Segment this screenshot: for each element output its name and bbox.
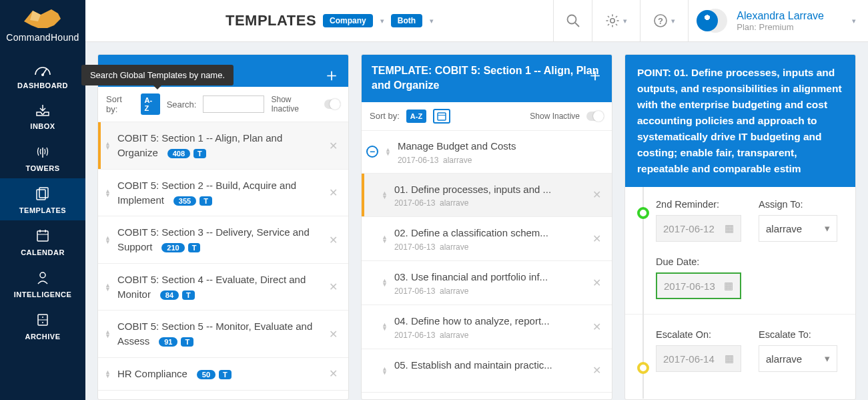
add-template-button[interactable]: ＋	[323, 63, 340, 87]
scope-both-badge[interactable]: Both	[391, 14, 422, 27]
close-icon[interactable]: ✕	[326, 234, 340, 246]
template-row[interactable]: ▲▼COBIT 5: Section 3 -- Delivery, Servic…	[98, 216, 348, 264]
avatar	[697, 9, 729, 33]
templates-list: ▲▼COBIT 5: Section 1 -- Align, Plan and …	[98, 122, 348, 399]
escalate-on-input[interactable]: 2017-06-14 ▦	[656, 345, 741, 372]
sort-date-button[interactable]	[433, 109, 450, 124]
drag-handle-icon[interactable]: ▲▼	[382, 191, 388, 199]
template-row[interactable]: ▲▼COBIT 5: Section 4 -- Evaluate, Direct…	[98, 264, 348, 311]
sort-az-button[interactable]: A-Z	[406, 110, 426, 123]
due-date-label: Due Date:	[656, 256, 741, 267]
help-button[interactable]: ? ▾	[640, 0, 688, 42]
template-title: COBIT 5: Section 3 -- Delivery, Service …	[117, 226, 310, 252]
template-row[interactable]: ▲▼HR Compliance 50T✕	[98, 358, 348, 391]
type-badge: T	[181, 337, 193, 347]
chevron-down-icon: ▾	[825, 222, 830, 234]
drag-handle-icon[interactable]: ▲▼	[382, 278, 388, 286]
drag-handle-icon[interactable]: ▲▼	[105, 236, 111, 244]
archive-icon	[0, 313, 85, 330]
search-input[interactable]	[203, 95, 264, 113]
search-button[interactable]	[553, 0, 592, 42]
show-inactive-label: Show Inactive	[271, 95, 317, 114]
close-icon[interactable]: ✕	[590, 188, 604, 201]
reminder-label: 2nd Reminder:	[656, 199, 741, 210]
point-detail-header: POINT: 01. Define processes, inputs and …	[625, 55, 855, 187]
scope-company-badge[interactable]: Company	[323, 14, 373, 27]
close-icon[interactable]: ✕	[590, 276, 604, 289]
count-badge: 91	[159, 337, 177, 347]
show-inactive-toggle[interactable]	[586, 112, 604, 121]
template-row[interactable]: ▲▼COBIT 5: Section 5 -- Monitor, Evaluat…	[98, 311, 348, 358]
drag-handle-icon[interactable]: ▲▼	[105, 142, 111, 150]
nav-towers[interactable]: TOWERS	[0, 136, 85, 178]
assign-to-select[interactable]: alarrave ▾	[759, 215, 837, 242]
drag-handle-icon[interactable]: ▲▼	[105, 189, 111, 197]
svg-point-15	[42, 322, 43, 323]
type-badge: T	[193, 149, 206, 158]
nav-archive[interactable]: ARCHIVE	[0, 305, 85, 347]
type-badge: T	[182, 290, 195, 300]
workspace: TEMPLATES ＋ Sort by: A-Z Search: Show In…	[85, 42, 868, 400]
chevron-down-icon[interactable]: ▾	[380, 17, 384, 25]
drag-handle-icon[interactable]: ▲▼	[382, 367, 388, 375]
logo[interactable]: CommandHound	[6, 5, 79, 43]
type-badge: T	[188, 243, 201, 252]
template-title: COBIT 5: Section 5 -- Monitor, Evaluate …	[117, 321, 312, 347]
template-row[interactable]: ▲▼COBIT 5: Section 2 -- Build, Acquire a…	[98, 170, 348, 217]
drag-handle-icon[interactable]: ▲▼	[105, 330, 111, 338]
point-row[interactable]: ▲▼02. Define a classification schem...20…	[362, 217, 612, 261]
add-point-button[interactable]: ＋	[586, 63, 604, 87]
point-title: 05. Establish and maintain practic...	[394, 358, 583, 373]
point-row[interactable]: ▲▼01. Define processes, inputs and ...20…	[362, 174, 612, 218]
close-icon[interactable]: ✕	[590, 321, 604, 333]
drag-handle-icon[interactable]: ▲▼	[105, 283, 111, 291]
drag-handle-icon[interactable]: ▲▼	[385, 148, 391, 156]
reminder-date-input[interactable]: 2017-06-12 ▦	[656, 215, 741, 242]
calendar-icon: ▦	[725, 353, 734, 365]
sort-label: Sort by:	[106, 94, 134, 114]
nav-intelligence[interactable]: INTELLIGENCE	[0, 262, 85, 305]
nav-label: INBOX	[0, 122, 85, 130]
search-icon	[566, 13, 580, 28]
chevron-down-icon: ▾	[825, 353, 830, 365]
point-meta: 2017-06-13 alarrave	[394, 198, 583, 208]
template-row[interactable]: ▲▼COBIT 5: Section 1 -- Align, Plan and …	[98, 122, 348, 170]
help-icon: ?	[653, 13, 668, 28]
drag-handle-icon[interactable]: ▲▼	[382, 323, 388, 331]
svg-point-14	[42, 317, 43, 318]
type-badge: T	[219, 370, 232, 379]
nav-calendar[interactable]: CALENDAR	[0, 220, 85, 262]
escalate-to-label: Escalate To:	[759, 329, 837, 340]
templates-icon	[0, 186, 85, 204]
user-menu[interactable]: Alexandra Larrave Plan: Premium ▾	[688, 0, 868, 42]
nav-inbox[interactable]: INBOX	[0, 95, 85, 136]
towers-icon	[0, 144, 85, 162]
settings-button[interactable]: ▾	[592, 0, 640, 42]
nav-templates[interactable]: TEMPLATES	[0, 178, 85, 220]
show-inactive-toggle[interactable]	[324, 99, 340, 109]
due-date-input[interactable]: 2017-06-13 ▦	[656, 272, 741, 299]
collapse-icon[interactable]: −	[366, 146, 378, 158]
sort-label: Sort by:	[370, 111, 400, 121]
point-row[interactable]: ▲▼04. Define how to analyze, report...20…	[362, 305, 612, 349]
close-icon[interactable]: ✕	[326, 328, 340, 341]
sort-az-button[interactable]: A-Z	[141, 93, 160, 115]
close-icon[interactable]: ✕	[326, 367, 340, 380]
close-icon[interactable]: ✕	[326, 280, 340, 293]
calendar-icon	[0, 228, 85, 246]
close-icon[interactable]: ✕	[326, 186, 340, 199]
close-icon[interactable]: ✕	[590, 232, 604, 245]
nav-dashboard[interactable]: DASHBOARD	[0, 55, 85, 95]
nav-label: DASHBOARD	[0, 81, 85, 89]
close-icon[interactable]: ✕	[590, 364, 604, 377]
template-detail-column: TEMPLATE: COBIT 5: Section 1 -- Align, P…	[361, 54, 612, 400]
close-icon[interactable]: ✕	[326, 140, 340, 152]
point-row[interactable]: ▲▼03. Use financial and portfolio inf...…	[362, 261, 612, 305]
chevron-down-icon[interactable]: ▾	[430, 17, 434, 25]
checklist-group-row[interactable]: − ▲▼ Manage Budget and Costs 2017-06-13 …	[362, 131, 612, 174]
topbar: TEMPLATES Company▾ Both▾ ▾ ? ▾ Alexandra…	[85, 0, 868, 42]
drag-handle-icon[interactable]: ▲▼	[382, 235, 388, 243]
point-row[interactable]: ▲▼05. Establish and maintain practic... …	[362, 349, 612, 393]
escalate-to-select[interactable]: alarrave ▾	[759, 345, 837, 372]
drag-handle-icon[interactable]: ▲▼	[105, 370, 111, 378]
